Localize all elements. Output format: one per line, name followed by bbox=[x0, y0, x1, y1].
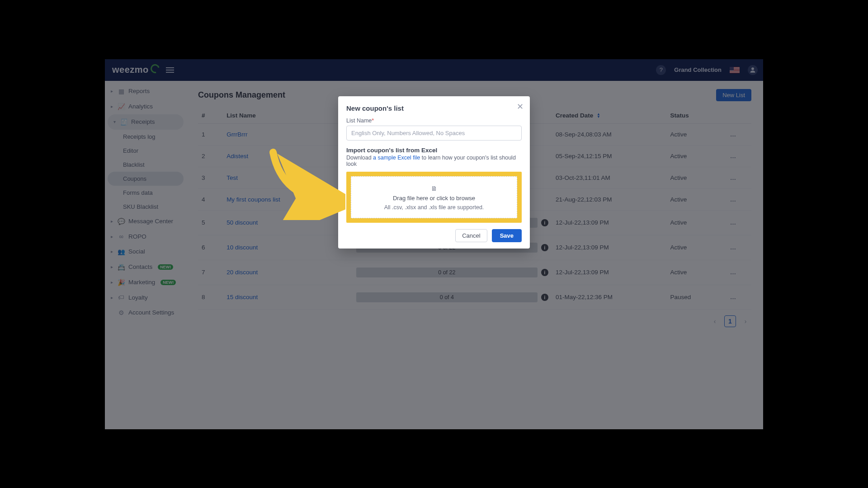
file-dropzone[interactable]: 🗎 Drag file here or click to browse All … bbox=[351, 176, 517, 218]
modal-overlay[interactable]: ✕ New coupon's list List Name* Import co… bbox=[105, 59, 763, 429]
list-name-input[interactable] bbox=[346, 126, 522, 141]
new-coupons-list-modal: ✕ New coupon's list List Name* Import co… bbox=[338, 96, 530, 249]
modal-title: New coupon's list bbox=[346, 104, 522, 112]
list-name-label: List Name* bbox=[346, 117, 522, 124]
modal-actions: Cancel Save bbox=[346, 229, 522, 242]
save-button[interactable]: Save bbox=[492, 229, 522, 242]
close-icon[interactable]: ✕ bbox=[517, 102, 524, 112]
dropzone-highlight-frame: 🗎 Drag file here or click to browse All … bbox=[346, 172, 522, 223]
sample-file-link[interactable]: a sample Excel file bbox=[373, 155, 420, 161]
upload-icon: 🗎 bbox=[355, 185, 513, 192]
import-help-text: Download a sample Excel file to learn ho… bbox=[346, 155, 522, 167]
import-section-title: Import coupon's list from Excel bbox=[346, 147, 522, 154]
dropzone-subtext: All .csv, .xlsx and .xls file are suppor… bbox=[355, 204, 513, 211]
cancel-button[interactable]: Cancel bbox=[455, 229, 487, 242]
app-window: weezmo ? Grand Collection ▦ Reports bbox=[105, 59, 763, 429]
dropzone-text: Drag file here or click to browse bbox=[355, 195, 513, 202]
